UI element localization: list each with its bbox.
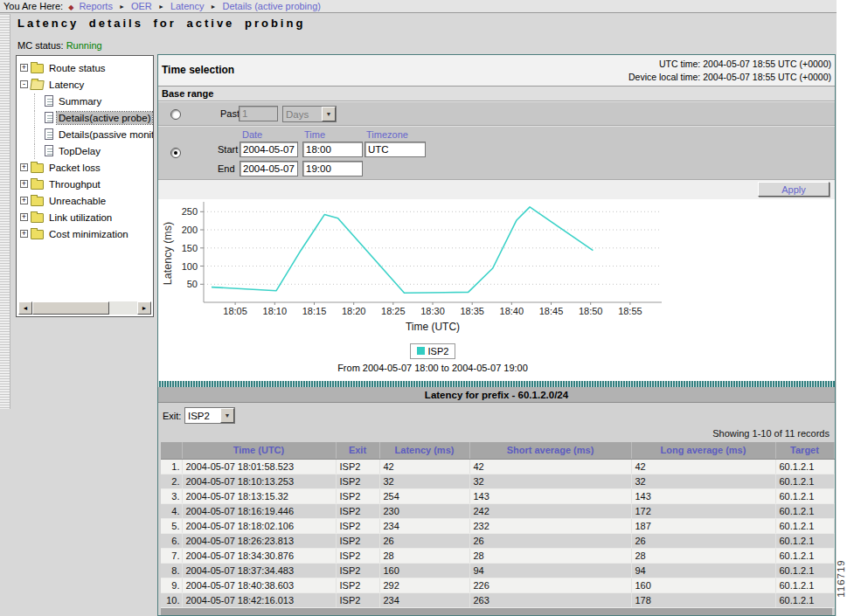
end-time-input[interactable] (302, 161, 363, 176)
doc-icon (45, 128, 53, 140)
row-number-cell: 4. (161, 503, 182, 518)
tree-item-link-utilization[interactable]: +Link utilization (20, 209, 153, 225)
section-separator (158, 381, 835, 387)
target-column-header[interactable]: Target (775, 442, 834, 459)
tree-item-route-status[interactable]: +Route status (20, 59, 153, 76)
start-timezone-input[interactable] (365, 142, 426, 157)
exit-cell: ISP2 (336, 578, 379, 592)
exit-select-value: ISP2 (185, 411, 220, 421)
breadcrumb-link-reports[interactable]: Reports (79, 1, 113, 11)
tree-item-throughput[interactable]: +Throughput (20, 176, 153, 192)
table-row: 1.2004-05-07 18:01:58.523ISP242424260.1.… (161, 459, 834, 474)
tree-item-label[interactable]: Unreachable (47, 195, 108, 207)
start-date-input[interactable] (240, 142, 298, 157)
long-average-cell: 187 (631, 518, 775, 533)
exit-cell: ISP2 (336, 563, 379, 578)
svg-text:Time (UTC): Time (UTC) (406, 321, 460, 333)
tree-horizontal-scrollbar[interactable]: ◄ ► (18, 301, 151, 315)
apply-button[interactable]: Apply (758, 182, 830, 197)
target-cell: 60.1.2.1 (775, 578, 834, 592)
short-average-cell: 242 (469, 503, 631, 518)
tree-item-label[interactable]: Packet loss (47, 162, 102, 174)
past-range-radio[interactable] (170, 109, 181, 120)
latency-cell: 234 (379, 592, 469, 607)
start-time-input[interactable] (302, 142, 363, 157)
mc-status-label: MC status: (17, 40, 64, 51)
long-average-column-header[interactable]: Long average (ms) (631, 442, 775, 459)
long-average-cell: 28 (631, 548, 775, 563)
row-number-column-header (161, 442, 182, 459)
short-average-column-header[interactable]: Short average (ms) (469, 442, 631, 459)
tree-item-label[interactable]: Cost minimization (47, 228, 130, 240)
tree-item-label[interactable]: Throughput (47, 178, 102, 190)
folder-icon (31, 230, 44, 239)
expand-icon[interactable]: + (20, 163, 28, 171)
tree-item-label[interactable]: Details(passive monitc (57, 128, 153, 141)
tree-item-label[interactable]: Link utilization (47, 211, 114, 224)
tree-item-label[interactable]: Details(active probe) (57, 112, 152, 124)
time-column-header[interactable]: Time (UTC) (182, 442, 336, 459)
breadcrumb-separator-icon: ► (155, 3, 168, 10)
latency-cell: 160 (379, 563, 469, 578)
expand-icon[interactable]: + (20, 64, 28, 72)
tree-connector (34, 110, 45, 126)
time-cell: 2004-05-07 18:40:38.603 (182, 578, 336, 592)
folder-icon (31, 163, 44, 173)
exit-select[interactable]: ISP2 ▼ (184, 407, 235, 424)
custom-range-radio[interactable] (170, 148, 181, 158)
expand-icon[interactable]: + (20, 230, 28, 238)
tree-item-topdelay[interactable]: TopDelay (20, 142, 153, 159)
target-cell: 60.1.2.1 (775, 474, 834, 488)
time-cell: 2004-05-07 18:13:15.32 (182, 488, 336, 503)
table-row: 6.2004-05-07 18:26:23.813ISP226262660.1.… (161, 533, 834, 548)
latency-column-header[interactable]: Latency (ms) (379, 442, 469, 459)
chart-caption: From 2004-05-07 18:00 to 2004-05-07 19:0… (158, 363, 707, 377)
utc-time-text: UTC time: 2004-05-07 18:55 UTC (+0000) (628, 58, 831, 71)
tree-connector (34, 127, 45, 142)
expand-icon[interactable]: + (20, 197, 28, 204)
scrollbar-thumb[interactable] (32, 301, 109, 315)
tree-item-details-passive-monitc[interactable]: Details(passive monitc (20, 126, 153, 142)
time-cell: 2004-05-07 18:18:02.106 (182, 518, 336, 533)
scroll-right-button[interactable]: ► (137, 301, 151, 315)
long-average-cell: 143 (631, 488, 775, 503)
tree-item-cost-minimization[interactable]: +Cost minimization (20, 225, 153, 242)
table-row: 4.2004-05-07 18:16:19.446ISP223024217260… (161, 503, 834, 518)
past-unit-select[interactable]: Days ▼ (282, 106, 337, 122)
scroll-left-button[interactable]: ◄ (18, 301, 32, 315)
tree-item-details-active-probe[interactable]: Details(active probe) (20, 109, 153, 126)
target-cell: 60.1.2.1 (775, 488, 834, 503)
latency-chart-block: 5010015020025018:0518:1018:1518:2018:251… (158, 199, 835, 377)
tree-item-summary[interactable]: Summary (20, 93, 153, 109)
tree-item-unreachable[interactable]: +Unreachable (20, 192, 153, 209)
svg-text:100: 100 (182, 261, 198, 272)
breadcrumb-link-latency[interactable]: Latency (170, 1, 205, 11)
table-header-row: Time (UTC) Exit Latency (ms) Short avera… (161, 442, 834, 459)
tree-item-label[interactable]: Route status (47, 62, 108, 74)
expand-icon[interactable]: + (20, 213, 28, 221)
time-cell: 2004-05-07 18:42:16.013 (182, 592, 336, 607)
exit-column-header[interactable]: Exit (336, 442, 379, 459)
folder-icon (31, 64, 44, 73)
short-average-cell: 263 (469, 592, 631, 607)
short-average-cell: 32 (469, 474, 631, 488)
scrollbar-track[interactable] (109, 301, 137, 315)
time-cell: 2004-05-07 18:26:23.813 (182, 533, 336, 548)
collapse-icon[interactable]: - (20, 80, 28, 88)
chevron-down-icon[interactable]: ▼ (220, 408, 234, 423)
tree-item-packet-loss[interactable]: +Packet loss (20, 159, 153, 176)
breadcrumb-link-oer[interactable]: OER (131, 1, 152, 11)
chevron-down-icon[interactable]: ▼ (322, 107, 336, 121)
tree-item-label[interactable]: Latency (47, 79, 86, 91)
tree-item-latency[interactable]: -Latency (20, 76, 153, 93)
svg-text:18:05: 18:05 (223, 306, 247, 316)
expand-icon[interactable]: + (20, 180, 28, 188)
tree-item-label[interactable]: Summary (57, 95, 103, 107)
tree-item-label[interactable]: TopDelay (57, 145, 102, 157)
short-average-cell: 232 (469, 518, 631, 533)
end-date-input[interactable] (240, 161, 298, 176)
exit-filter-row: Exit: ISP2 ▼ (158, 403, 835, 428)
time-selection-header: Time selection UTC time: 2004-05-07 18:5… (158, 55, 835, 87)
table-row: 10.2004-05-07 18:42:16.013ISP22342631786… (161, 592, 834, 607)
past-value-input[interactable] (239, 106, 278, 121)
